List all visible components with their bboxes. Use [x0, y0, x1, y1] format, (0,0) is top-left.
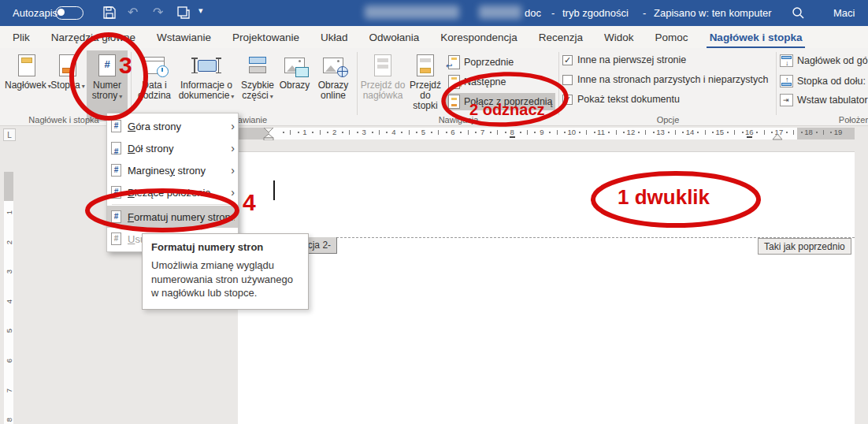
chevron-down-icon: [80, 80, 85, 91]
date-time-icon: [134, 50, 175, 80]
chevron-down-icon: [229, 90, 234, 101]
h-ruler-tick: [623, 132, 625, 133]
h-ruler-tick: [668, 132, 670, 133]
h-ruler-tick: [349, 130, 350, 135]
h-ruler-tick: [431, 132, 432, 133]
h-ruler-tick: [446, 132, 447, 133]
header-button[interactable]: Nagłówek: [5, 50, 49, 121]
h-ruler-tick: [830, 132, 832, 133]
save-icon[interactable]: [102, 6, 117, 20]
user-name: Maci: [833, 7, 855, 19]
h-ruler-tick: [327, 132, 328, 133]
compatibility-mode-label: tryb zgodności: [562, 7, 629, 19]
h-ruler-tick: [616, 130, 617, 135]
goto-footer-button[interactable]: Przejdź do stopki: [407, 50, 443, 121]
undo-icon[interactable]: ↶: [128, 5, 138, 20]
title-bar: Autozapis ↶ ↷ ▾ doc - tryb zgodności - Z…: [0, 0, 868, 26]
checkbox-label: Pokaż tekst dokumentu: [577, 94, 680, 105]
next-label: Następne: [464, 76, 506, 87]
chevron-down-icon: [269, 90, 273, 101]
menu-separator: [112, 204, 233, 205]
h-ruler-tick: [705, 130, 706, 135]
previous-button[interactable]: ↩ Poprzednie: [446, 54, 516, 71]
page-number-icon: #: [87, 50, 128, 80]
tab-plik[interactable]: Plik: [13, 32, 30, 43]
quick-parts-button[interactable]: Szybkie części: [238, 50, 277, 121]
menu-item-2[interactable]: #Dół strony›: [107, 137, 238, 159]
h-ruler-tick: [697, 132, 699, 133]
tab-recenzja[interactable]: Recenzja: [539, 32, 583, 43]
page-number-item-icon: #: [110, 232, 123, 246]
online-pictures-label: Obrazy online: [318, 80, 349, 101]
right-indent-marker-icon[interactable]: [772, 132, 783, 140]
h-ruler-number-12: 12: [627, 128, 635, 136]
checkbox-option-2[interactable]: Inne na stronach parzystych i nieparzyst…: [562, 74, 768, 85]
tab-narzędzia-główne[interactable]: Narzędzia główne: [51, 32, 135, 43]
checkbox-icon[interactable]: [562, 75, 573, 85]
header-from-top-icon: ↓: [780, 54, 793, 67]
search-icon[interactable]: [791, 6, 805, 20]
tab-nagłówek-i-stopka[interactable]: Nagłówek i stopka: [710, 32, 803, 43]
next-icon: ↪: [448, 75, 460, 89]
checkbox-option-3[interactable]: Pokaż tekst dokumentu: [562, 94, 680, 105]
h-ruler-tick: [823, 130, 824, 135]
footer-from-bottom-field[interactable]: ↑ Stopka od dołu: 0: [780, 74, 868, 88]
h-ruler-tick: [557, 130, 558, 135]
link-to-previous-button[interactable]: Połącz z poprzednią: [446, 93, 555, 110]
next-button[interactable]: ↪ Następne: [446, 73, 509, 91]
pictures-button[interactable]: Obrazy: [279, 50, 310, 121]
checkbox-icon[interactable]: [562, 95, 573, 105]
mode-switch-icon[interactable]: [176, 6, 191, 20]
quick-access-chevron-icon[interactable]: ▾: [198, 6, 203, 16]
footer-button[interactable]: Stopka: [50, 50, 85, 121]
menu-item-4[interactable]: #Bieżące położenie›: [107, 181, 238, 203]
indent-markers-icon[interactable]: [263, 128, 276, 140]
title-dash: -: [551, 7, 555, 19]
tab-korespondencja[interactable]: Korespondencja: [440, 32, 517, 43]
autosave-label: Autozapis: [13, 7, 57, 19]
toggle-knob: [57, 9, 65, 16]
header-from-top-field[interactable]: ↓ Nagłówek od góry: [780, 54, 868, 67]
group-label-options: Opcje: [562, 115, 774, 125]
goto-header-button[interactable]: Przejdź do nagłówka: [360, 50, 406, 121]
document-title-suffix: doc: [525, 7, 541, 19]
h-ruler-number-5: 5: [419, 128, 427, 136]
document-info-button[interactable]: Informacje o dokumencie: [176, 50, 236, 121]
footer-icon: [50, 50, 85, 80]
quick-parts-icon: [238, 50, 277, 80]
date-time-button[interactable]: Data i godzina: [134, 50, 175, 121]
tab-projektowanie[interactable]: Projektowanie: [232, 32, 299, 43]
tab-widok[interactable]: Widok: [604, 32, 634, 43]
h-ruler-tick: [756, 132, 758, 133]
v-ruler-number-1: 1: [5, 208, 13, 218]
goto-header-icon: [360, 50, 406, 80]
autosave-toggle[interactable]: [55, 6, 83, 20]
h-ruler-number-2: 2: [331, 128, 339, 136]
menu-item-5[interactable]: #Formatuj numery stron...: [107, 206, 238, 228]
goto-footer-icon: [407, 50, 443, 80]
h-ruler-number-7: 7: [479, 128, 487, 136]
link-to-previous-label: Połącz z poprzednią: [464, 96, 553, 107]
checkbox-icon[interactable]: [562, 55, 573, 65]
vertical-ruler[interactable]: 12345678: [4, 140, 13, 424]
tab-pomoc[interactable]: Pomoc: [655, 32, 688, 43]
page[interactable]: Nagłówek -Sekcja 2- Taki jak poprzednio: [238, 151, 855, 424]
tab-selector[interactable]: L: [3, 128, 16, 141]
menu-item-1[interactable]: #Góra strony›: [107, 115, 238, 137]
group-separator: [131, 52, 132, 115]
menu-item-3[interactable]: #Marginesy strony›: [107, 159, 238, 181]
h-ruler-tick: [438, 130, 439, 135]
page-number-item-icon: #: [110, 163, 123, 177]
redo-icon[interactable]: ↷: [153, 5, 163, 20]
online-pictures-button[interactable]: Obrazy online: [312, 50, 354, 121]
insert-alignment-tab-button[interactable]: ⇥ Wstaw tabulator w: [780, 94, 868, 106]
tooltip: Formatuj numery stron Umożliwia zmianę w…: [142, 233, 309, 310]
tab-układ[interactable]: Układ: [321, 32, 348, 43]
tab-odwołania[interactable]: Odwołania: [369, 32, 419, 43]
document-info-label: Informacje o dokumencie: [179, 80, 232, 101]
tab-wstawianie[interactable]: Wstawianie: [157, 32, 211, 43]
checkbox-option-1[interactable]: Inne na pierwszej stronie: [562, 54, 686, 65]
tooltip-body: Umożliwia zmianę wyglądu numerowania str…: [151, 258, 302, 300]
page-number-button[interactable]: # Numer strony: [87, 50, 128, 121]
h-ruler-tick: [801, 132, 803, 133]
